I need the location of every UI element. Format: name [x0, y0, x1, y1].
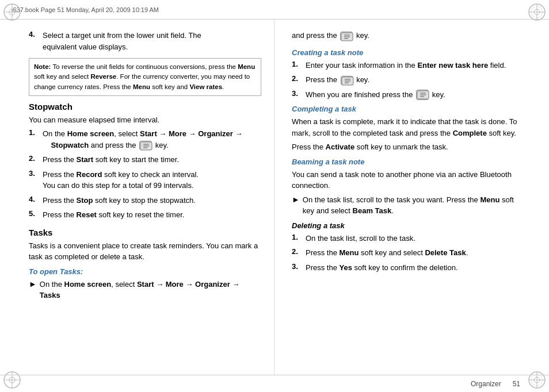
note-text: To reverse the unit fields for continuou…	[34, 63, 255, 90]
sw-step-3-text: Press the Record soft key to check an in…	[43, 169, 199, 191]
key-icon-create-2	[341, 76, 353, 85]
create-2-text: Press the key.	[306, 74, 369, 86]
arrow-icon: ►	[29, 279, 37, 289]
header-bar: i637.book Page 51 Monday, April 20, 2009…	[0, 0, 549, 20]
create-step-3: 3. When you are finished press the key.	[292, 89, 526, 101]
sw-step-num-4: 4.	[29, 195, 41, 203]
stopwatch-step-4: 4. Press the Stop soft key to stop the s…	[29, 195, 261, 206]
create-step-2: 2. Press the key.	[292, 74, 526, 86]
note-box: Note: To reverse the unit fields for con…	[29, 58, 261, 96]
delete-step-1: 1. On the task list, scroll to the task.	[292, 233, 526, 244]
sw-step-5-text: Press the Reset soft key to reset the ti…	[43, 209, 184, 221]
tasks-open-arrow: ► On the Home screen, select Start → Mor…	[29, 279, 261, 301]
delete-num-2: 2.	[292, 247, 304, 256]
key-icon-1	[139, 141, 152, 150]
content-columns: 4. Select a target unit from the lower u…	[0, 20, 549, 375]
key-icon-right-top	[340, 32, 353, 41]
tasks-intro: Tasks is a convenient place to create ta…	[29, 240, 261, 263]
header-text: i637.book Page 51 Monday, April 20, 2009…	[12, 6, 159, 13]
beaming-arrow: ► On the task list, scroll to the task y…	[292, 194, 526, 217]
and-press-text: and press the key.	[292, 30, 526, 41]
delete-step-2: 2. Press the Menu soft key and select De…	[292, 247, 526, 259]
stopwatch-step-2: 2. Press the Start soft key to start the…	[29, 154, 261, 166]
create-num-1: 1.	[292, 60, 304, 68]
beaming-body: You can send a task note to another phon…	[292, 169, 526, 191]
delete-step-3: 3. Press the Yes soft key to confirm the…	[292, 262, 526, 274]
delete-2-text: Press the Menu soft key and select Delet…	[306, 247, 468, 259]
delete-num-3: 3.	[292, 262, 304, 271]
sw-step-num-2: 2.	[29, 154, 41, 163]
delete-3-text: Press the Yes soft key to confirm the de…	[306, 262, 458, 274]
stopwatch-step-3: 3. Press the Record soft key to check an…	[29, 169, 261, 191]
footer: Organizer 51	[0, 375, 549, 392]
stopwatch-heading: Stopwatch	[29, 102, 261, 112]
sw-step-1-text: On the Home screen, select Start → More …	[43, 128, 243, 151]
step-num-4: 4.	[29, 30, 41, 39]
stopwatch-intro: You can measure elapsed time interval.	[29, 114, 261, 126]
stopwatch-step-5: 5. Press the Reset soft key to reset the…	[29, 209, 261, 221]
to-open-tasks-heading: To open Tasks:	[29, 267, 261, 276]
create-3-text: When you are finished press the key.	[306, 89, 445, 101]
delete-num-1: 1.	[292, 233, 304, 241]
sw-step-2-text: Press the Start soft key to start the ti…	[43, 154, 179, 166]
create-num-3: 3.	[292, 89, 304, 98]
step-4-text: Select a target unit from the lower unit…	[43, 30, 201, 52]
completing-body-1: When a task is complete, mark it to indi…	[292, 116, 526, 139]
right-column: and press the key. Creating a task note …	[274, 20, 549, 375]
step-4-select-target: 4. Select a target unit from the lower u…	[29, 30, 261, 52]
sw-step-num-3: 3.	[29, 169, 41, 178]
create-step-1: 1. Enter your task information in the En…	[292, 60, 526, 71]
deleting-task-heading: Deleting a task	[292, 221, 526, 230]
tasks-open-text: On the Home screen, select Start → More …	[40, 279, 261, 301]
creating-task-heading: Creating a task note	[292, 48, 526, 57]
left-column: 4. Select a target unit from the lower u…	[0, 20, 274, 375]
completing-task-heading: Completing a task	[292, 105, 526, 113]
tasks-heading: Tasks	[29, 228, 261, 237]
sw-step-num-5: 5.	[29, 209, 41, 218]
completing-body-2: Press the Activate soft key to unmark th…	[292, 141, 526, 153]
beaming-task-heading: Beaming a task note	[292, 157, 526, 166]
create-num-2: 2.	[292, 74, 304, 83]
stopwatch-step-1: 1. On the Home screen, select Start → Mo…	[29, 128, 261, 151]
sw-step-num-1: 1.	[29, 128, 41, 137]
beaming-text: On the task list, scroll to the task you…	[303, 194, 526, 217]
delete-1-text: On the task list, scroll to the task.	[306, 233, 415, 244]
note-label: Note:	[34, 63, 53, 70]
create-1-text: Enter your task information in the Enter…	[306, 60, 506, 71]
footer-label: Organizer 51	[471, 380, 520, 388]
beaming-arrow-icon: ►	[292, 195, 300, 204]
key-icon-create-3	[416, 90, 429, 100]
sw-step-4-text: Press the Stop soft key to stop the stop…	[43, 195, 196, 206]
